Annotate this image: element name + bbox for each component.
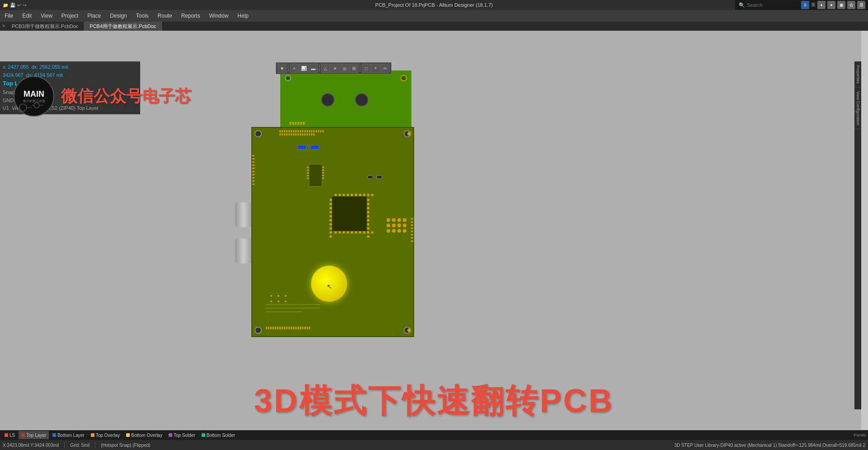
mount-hole-bottom-left [255, 327, 262, 334]
menu-design[interactable]: Design [105, 10, 131, 22]
layer-top-overlay[interactable]: Top Overlay [88, 431, 123, 439]
x-coordinate: x: 2427.055 dx: 2562.055 mil [3, 63, 137, 71]
menu-window[interactable]: Window [205, 10, 233, 22]
left-edge-pads [252, 155, 255, 185]
search-input[interactable] [747, 2, 801, 8]
mount-hole-top-right [404, 130, 411, 137]
toolbar-filter-btn[interactable]: ▼ [278, 64, 287, 73]
tray-icon-5[interactable]: 显 [857, 1, 865, 9]
status-snap: (Hotspot Snap) (Flipped) [101, 443, 151, 448]
layer-top-solder-label: Top Solder [174, 433, 195, 438]
mount-hole-tl [285, 75, 291, 81]
search-bar: 🔍 [735, 0, 805, 10]
layer-dot-ls [5, 433, 8, 437]
pcb-main-board: ↖ [251, 127, 414, 337]
toolbar-separator-3 [360, 65, 360, 72]
red-x-arrows: ← ↑ [391, 332, 400, 337]
menu-place[interactable]: Place [83, 10, 105, 22]
menu-file[interactable]: File [0, 10, 18, 22]
menu-project[interactable]: Project [57, 10, 83, 22]
pcb-green-top [280, 70, 411, 127]
tray-icon-1[interactable]: ♦ [817, 1, 826, 9]
bottom-traces [266, 300, 320, 314]
floating-toolbar: ▼ + 📊 ▬ △ ✕ ◎ ⊞ □ ⌖ ✏ [276, 62, 392, 74]
tray-icon-s[interactable]: S [801, 1, 809, 9]
layer-dot-top-overlay [91, 433, 94, 437]
layer-bottom-overlay[interactable]: Bottom Overlay [123, 431, 165, 439]
cursor-pointer: ↖ [327, 283, 332, 290]
connector-bottom [235, 239, 252, 263]
menu-view[interactable]: View [36, 10, 57, 22]
layer-bottom-solder[interactable]: Bottom Solder [199, 431, 238, 439]
status-grid: Grid: 5mil [70, 443, 90, 448]
bottom-connector-row [266, 327, 310, 329]
layer-ls[interactable]: LS [2, 431, 18, 439]
toolbar-bar-chart-btn[interactable]: 📊 [299, 64, 308, 73]
layer-top-label: Top Layer [26, 433, 46, 438]
project-panel-tab[interactable]: P [0, 22, 6, 31]
toolbar-cross-btn[interactable]: ✕ [330, 64, 340, 73]
right-tab-properties[interactable]: Properties [854, 61, 861, 88]
tray-icon-3[interactable]: ▣ [837, 1, 845, 9]
layer-dot-top-solder [169, 433, 172, 437]
main-ic-large [331, 196, 368, 232]
layer-dot-top [21, 433, 25, 437]
right-tab-view-config[interactable]: View Configuration [854, 88, 861, 129]
toolbar-separator-1 [288, 65, 288, 72]
right-edge-pads [411, 218, 413, 242]
tray-icon-4[interactable]: 会 [847, 1, 855, 9]
title-left-icons: 📁 💾 ↩ ↪ [0, 3, 29, 8]
menu-help[interactable]: Help [233, 10, 253, 22]
component-circle-1 [321, 93, 335, 107]
menu-route[interactable]: Route [153, 10, 177, 22]
yellow-circle-component: ↖ [311, 266, 347, 302]
toolbar-rect-btn[interactable]: □ [362, 64, 371, 73]
layer-bottom-label: Bottom Layer [57, 433, 84, 438]
menu-bar: File Edit View Project Place Design Tool… [0, 10, 868, 22]
panels-label: Panels [854, 433, 866, 437]
layer-bar: LS Top Layer Bottom Layer Top Overlay Bo… [0, 430, 868, 440]
watermark: MAIN 电子科技工作室 微信公众号电子芯 [14, 76, 191, 117]
connector-top [235, 202, 252, 227]
menu-tools[interactable]: Tools [132, 10, 153, 22]
mount-hole-bottom-right [404, 327, 411, 334]
red-arrow: ↙ [406, 333, 411, 337]
logo-main-text: MAIN [24, 89, 44, 99]
layer-top[interactable]: Top Layer [19, 431, 49, 439]
window-title: PCB_Project Of 18.PrjPCB - Altium Design… [375, 2, 493, 8]
layer-dot-bottom-solder [202, 433, 205, 437]
ic-chip [309, 164, 322, 187]
toolbar-pen-btn[interactable]: ✏ [381, 64, 390, 73]
pcb-pads-top-row1 [279, 130, 324, 132]
toolbar-circle-btn[interactable]: ◎ [340, 64, 349, 73]
svg-point-3 [34, 103, 39, 108]
mount-hole-tr [401, 75, 407, 81]
toolbar-plus-btn[interactable]: + [290, 64, 299, 73]
pcb-pads-top-row2 [279, 133, 315, 136]
layer-top-solder[interactable]: Top Solder [166, 431, 198, 439]
systray: S 英 ♦ ● ▣ 会 显 [798, 0, 868, 10]
toolbar-separator-2 [319, 65, 320, 72]
big-chinese-text: 3D模式下快速翻转PCB [0, 380, 868, 423]
menu-reports[interactable]: Reports [177, 10, 205, 22]
menu-edit[interactable]: Edit [18, 10, 36, 22]
layer-dot-bottom-overlay [126, 433, 130, 437]
logo-circle: MAIN 电子科技工作室 [14, 76, 54, 117]
toolbar-bar2-btn[interactable]: ▬ [309, 64, 318, 73]
status-sep-2 [95, 442, 95, 448]
toolbar-meas-btn[interactable]: ⌖ [371, 64, 380, 73]
status-coords: X:2423.08mil Y:3424.003mil [3, 443, 59, 448]
toolbar-tri-btn[interactable]: △ [321, 64, 330, 73]
connector-pads-top [289, 122, 305, 125]
layer-bottom[interactable]: Bottom Layer [50, 431, 87, 439]
tab-pcb3[interactable]: PCB3用于做教程展示.PcbDoc [6, 22, 84, 31]
layer-top-overlay-label: Top Overlay [96, 433, 120, 438]
component-circle-2 [355, 93, 368, 107]
wechat-watermark-text: 微信公众号电子芯 [61, 85, 191, 108]
tab-pcb4[interactable]: PCB4用于做教程展示.PcbDoc [84, 22, 162, 31]
bottom-overlay-text: 3D模式下快速翻转PCB [0, 380, 868, 423]
small-components [368, 175, 382, 179]
tray-icon-2[interactable]: ● [827, 1, 835, 9]
toolbar-grid-btn[interactable]: ⊞ [349, 64, 359, 73]
blue-connectors [297, 145, 319, 150]
